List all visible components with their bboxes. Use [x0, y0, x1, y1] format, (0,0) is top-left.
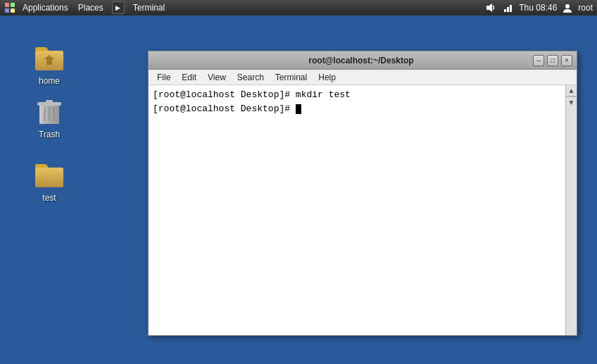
applications-menu-icon — [4, 2, 15, 13]
menu-view[interactable]: View — [202, 70, 232, 85]
menu-search[interactable]: Search — [232, 70, 270, 85]
terminal-cursor — [296, 104, 301, 114]
svg-rect-7 — [510, 5, 512, 12]
svg-line-17 — [44, 107, 45, 121]
desktop-icon-test[interactable]: test — [21, 153, 77, 206]
terminal-panel-icon: ▶ — [112, 1, 125, 14]
places-menu-button[interactable]: Places — [74, 0, 108, 15]
terminal-body: [root@localhost Desktop]# mkdir test [ro… — [149, 85, 577, 335]
svg-rect-16 — [46, 100, 53, 103]
network-icon — [502, 2, 513, 13]
terminal-title: root@localhost:~/Desktop — [191, 56, 532, 65]
svg-rect-2 — [5, 8, 9, 13]
menu-file[interactable]: File — [151, 70, 176, 85]
terminal-scrollbar[interactable]: ▲ ▼ — [565, 85, 577, 335]
svg-rect-21 — [35, 168, 63, 187]
menu-terminal[interactable]: Terminal — [270, 70, 313, 85]
trash-icon — [32, 93, 66, 127]
svg-line-19 — [54, 107, 54, 121]
volume-icon — [485, 2, 496, 13]
terminal-titlebar: root@localhost:~/Desktop – □ × — [149, 51, 577, 70]
menu-help[interactable]: Help — [313, 70, 341, 85]
terminal-line-1: [root@localhost Desktop]# mkdir test — [153, 88, 561, 102]
home-icon-label: home — [39, 76, 60, 86]
maximize-button[interactable]: □ — [547, 55, 558, 66]
top-panel: Applications Places ▶ Terminal Thu 08:46 — [0, 0, 597, 15]
panel-left: Applications Places ▶ Terminal — [4, 0, 169, 15]
clock: Thu 08:46 — [519, 3, 557, 13]
applications-menu-button[interactable]: Applications — [18, 0, 73, 15]
svg-rect-1 — [11, 3, 15, 7]
terminal-content[interactable]: [root@localhost Desktop]# mkdir test [ro… — [149, 85, 565, 335]
trash-icon-label: Trash — [39, 130, 60, 139]
close-button[interactable]: × — [561, 55, 572, 66]
svg-point-8 — [565, 4, 570, 8]
panel-right: Thu 08:46 root — [485, 2, 593, 13]
user-icon — [563, 3, 572, 13]
terminal-window: root@localhost:~/Desktop – □ × File Edit… — [148, 51, 577, 336]
svg-rect-3 — [11, 8, 15, 13]
scrollbar-down[interactable]: ▼ — [566, 96, 577, 108]
svg-rect-0 — [5, 3, 9, 7]
test-folder-icon — [32, 156, 66, 190]
svg-rect-12 — [46, 59, 52, 65]
home-folder-icon — [32, 39, 66, 73]
test-icon-label: test — [42, 193, 56, 203]
desktop-icon-home[interactable]: home — [21, 37, 77, 89]
terminal-menubar: File Edit View Search Terminal Help — [149, 70, 577, 85]
svg-rect-5 — [504, 9, 506, 12]
desktop-icon-trash[interactable]: Trash — [21, 90, 77, 142]
terminal-panel-button[interactable]: Terminal — [129, 0, 169, 15]
menu-edit[interactable]: Edit — [176, 70, 202, 85]
scrollbar-up[interactable]: ▲ — [566, 85, 577, 96]
terminal-line-2: [root@localhost Desktop]# — [153, 102, 561, 116]
svg-marker-4 — [486, 4, 492, 12]
svg-rect-6 — [507, 7, 509, 12]
minimize-button[interactable]: – — [533, 55, 544, 66]
username: root — [578, 3, 593, 13]
